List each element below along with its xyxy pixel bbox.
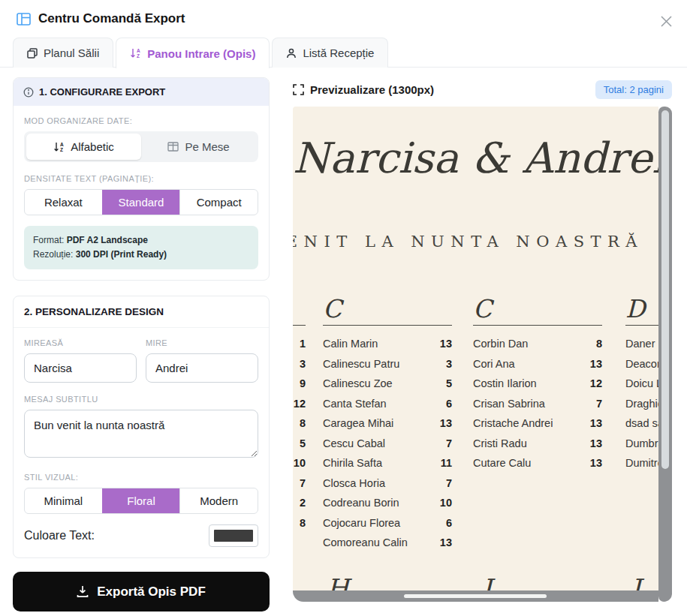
subtitle-textarea[interactable]: Bun venit la nunta noastră — [24, 410, 258, 458]
column-underline — [323, 325, 452, 326]
guest-table-number: 8 — [300, 417, 306, 429]
column-rows: Corbin Dan8Cori Ana13Costin Ilarion12Cri… — [473, 334, 602, 473]
guest-table-number: 10 — [440, 497, 452, 509]
tab-planul-salii[interactable]: Planul Sălii — [13, 38, 113, 68]
vertical-scrollbar[interactable] — [658, 107, 672, 602]
guest-table-number: 13 — [590, 358, 602, 370]
guest-name: Closca Horia — [323, 477, 385, 489]
guest-name: dsad sa — [625, 417, 658, 429]
guest-row: 2 — [293, 493, 306, 513]
section-letter: H — [327, 573, 349, 590]
guest-column: D Daner MDeaconDoicu LDraghicdsad saDumb… — [625, 294, 658, 473]
guest-table-number: 10 — [294, 457, 306, 469]
guest-name: Dumbra — [625, 437, 658, 449]
guest-name: Costin Ilarion — [473, 377, 537, 389]
option-minimal[interactable]: Minimal — [25, 488, 102, 513]
horizontal-scrollbar-thumb[interactable] — [404, 594, 547, 598]
option-relaxat[interactable]: Relaxat — [25, 190, 102, 215]
section-letter: D — [625, 294, 658, 324]
guest-table-number: 1 — [300, 338, 306, 350]
bride-input[interactable] — [24, 353, 137, 383]
option-label: Alfabetic — [71, 140, 114, 153]
sort-alpha-icon: A Z — [130, 48, 141, 59]
text-color-picker[interactable] — [209, 524, 258, 547]
horizontal-scrollbar[interactable] — [293, 590, 658, 602]
guest-table-number: 13 — [590, 437, 602, 449]
guest-name: Cutare Calu — [473, 457, 531, 469]
modal-title: Centru Comandă Export — [38, 11, 185, 26]
guest-name: Daner M — [625, 338, 658, 350]
guest-name: Cescu Cabal — [323, 437, 385, 449]
guest-row: Cristi Radu13 — [473, 434, 602, 454]
groom-input[interactable] — [146, 353, 258, 383]
tab-label: Panou Intrare (Opis) — [147, 47, 255, 60]
preview-header: Previzualizare (1300px) Total: 2 pagini — [293, 80, 672, 99]
text-color-label: Culoare Text: — [24, 529, 95, 542]
welcome-subtitle: BUN VENIT LA NUNTA NOASTRĂ — [293, 233, 643, 251]
guest-table-number: 13 — [590, 457, 602, 469]
option-floral[interactable]: Floral — [102, 488, 180, 513]
section-letter: I — [482, 573, 492, 590]
tab-label: Planul Sălii — [44, 47, 99, 59]
total-pages-badge: Total: 2 pagini — [595, 80, 672, 99]
guest-row: Chirila Safta11 — [323, 453, 452, 473]
tab-panou-intrare-opis[interactable]: A Z Panou Intrare (Opis) — [116, 38, 270, 68]
guest-table-number: 5 — [446, 377, 452, 389]
export-modal: Centru Comandă Export Planul Sălii A Z — [0, 0, 687, 616]
cut-column-rows: 139128510728 — [293, 334, 306, 533]
vertical-scrollbar-thumb[interactable] — [661, 110, 669, 469]
organize-mode-toggle: A Z Alfabetic — [24, 131, 258, 162]
config-panel: 1. CONFIGURARE EXPORT MOD ORGANIZARE DAT… — [13, 77, 270, 611]
personalize-design-header: 2. PERSONALIZARE DESIGN — [14, 296, 269, 328]
density-label: DENSITATE TEXT (PAGINAȚIE): — [24, 174, 258, 183]
sort-alpha-icon: A Z — [53, 142, 65, 152]
guest-row: Canta Stefan6 — [323, 394, 452, 414]
guest-table-number: 6 — [446, 517, 452, 529]
preview-title: Previzualizare (1300px) — [310, 83, 434, 96]
guest-column: C Calin Marin13Calinescu Patru3Calinescu… — [323, 294, 452, 553]
guest-name: Corbin Dan — [473, 338, 528, 350]
guest-name: Doicu L — [625, 377, 658, 389]
format-label: Format: — [33, 235, 64, 245]
expand-icon[interactable] — [293, 84, 304, 95]
bride-label: MIREASĂ — [24, 338, 137, 347]
option-pe-mese[interactable]: Pe Mese — [141, 134, 256, 160]
modal-header: Centru Comandă Export — [17, 11, 185, 26]
guest-row: Cescu Cabal7 — [323, 434, 452, 454]
guest-name: Codreanu Borin — [323, 497, 399, 509]
layout-icon — [17, 13, 31, 26]
guest-row: Deacon — [625, 354, 658, 374]
export-button-label: Exportă Opis PDF — [97, 584, 206, 599]
guest-table-number: 3 — [446, 358, 452, 370]
guest-table-number: 13 — [440, 536, 452, 548]
guest-table-number: 13 — [440, 417, 452, 429]
info-icon — [23, 87, 34, 98]
guest-name: Chirila Safta — [323, 457, 382, 469]
close-button[interactable] — [657, 12, 675, 30]
export-pdf-button[interactable]: Exportă Opis PDF — [13, 572, 270, 611]
resolution-value: 300 DPI (Print Ready) — [76, 249, 167, 260]
guest-row: 10 — [293, 453, 306, 473]
guest-name: Canta Stefan — [323, 398, 387, 410]
option-standard[interactable]: Standard — [102, 190, 180, 215]
tab-lista-receptie[interactable]: Listă Recepție — [272, 38, 388, 68]
guest-row: Daner M — [625, 334, 658, 354]
guest-row: 8 — [293, 513, 306, 533]
option-compact[interactable]: Compact — [179, 190, 258, 215]
svg-text:A: A — [137, 48, 140, 53]
guest-row: Cutare Calu13 — [473, 453, 602, 473]
format-value: PDF A2 Landscape — [67, 235, 148, 245]
guest-row: Cojocaru Florea6 — [323, 513, 452, 533]
guest-table-number: 7 — [596, 398, 602, 410]
format-infobox: Format: PDF A2 Landscape Rezoluție: 300 … — [24, 226, 258, 269]
guest-table-number: 7 — [446, 437, 452, 449]
option-modern[interactable]: Modern — [179, 488, 258, 513]
option-alfabetic[interactable]: A Z Alfabetic — [26, 134, 141, 160]
overlapping-squares-icon — [27, 48, 38, 59]
guest-name: Calinescu Zoe — [323, 377, 393, 389]
svg-text:Z: Z — [60, 147, 63, 152]
guest-row: 3 — [293, 354, 306, 374]
guest-table-number: 13 — [590, 417, 602, 429]
guest-table-number: 12 — [590, 377, 602, 389]
guest-name: Comoreanu Calin — [323, 536, 408, 548]
